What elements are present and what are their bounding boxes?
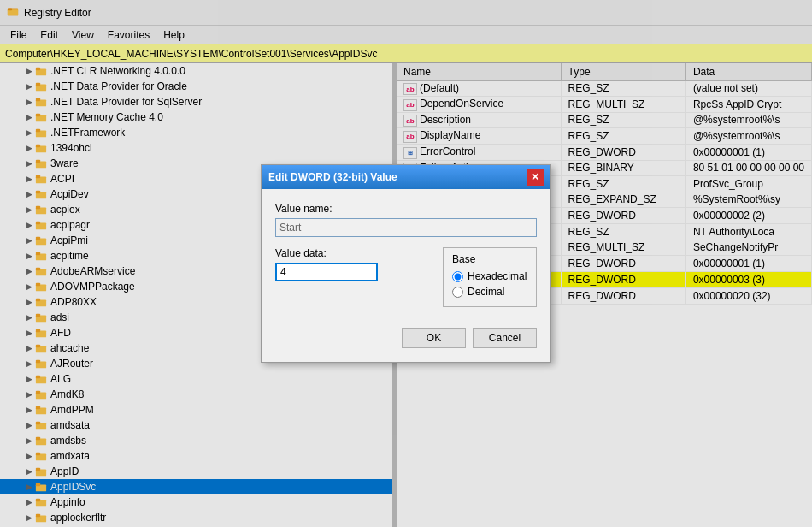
value-name-input[interactable]: [275, 218, 537, 237]
cancel-button[interactable]: Cancel: [473, 328, 537, 348]
dialog-close-button[interactable]: ✕: [527, 169, 544, 186]
value-data-wrap: Value data:: [275, 247, 432, 281]
decimal-radio[interactable]: [452, 287, 463, 298]
value-name-label: Value name:: [275, 203, 537, 215]
hexadecimal-label: Hexadecimal: [468, 270, 527, 282]
base-label: Base: [452, 253, 527, 265]
dialog-title: Edit DWORD (32-bit) Value: [268, 171, 397, 183]
ok-button[interactable]: OK: [402, 328, 466, 348]
dialog-buttons: OK Cancel: [275, 321, 537, 348]
base-group: Base Hexadecimal Decimal: [443, 247, 537, 307]
edit-dword-dialog: Edit DWORD (32-bit) Value ✕ Value name: …: [261, 164, 551, 363]
modal-overlay: Edit DWORD (32-bit) Value ✕ Value name: …: [0, 0, 812, 527]
dialog-titlebar: Edit DWORD (32-bit) Value ✕: [262, 165, 550, 189]
decimal-radio-label[interactable]: Decimal: [452, 286, 527, 298]
hexadecimal-radio[interactable]: [452, 271, 463, 282]
dialog-body: Value name: Value data: Base Hexadecimal: [262, 189, 550, 362]
hexadecimal-radio-label[interactable]: Hexadecimal: [452, 270, 527, 282]
value-data-label: Value data:: [275, 247, 432, 259]
value-data-row: Value data: Base Hexadecimal Decimal: [275, 247, 537, 307]
decimal-label: Decimal: [468, 286, 504, 298]
value-data-input[interactable]: [275, 263, 378, 281]
